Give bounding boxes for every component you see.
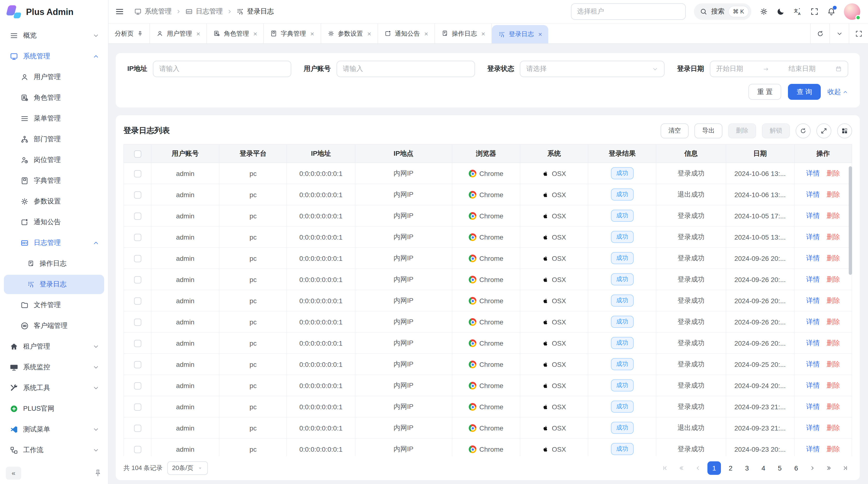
page-4-button[interactable]: 4 [756,461,770,475]
delete-link[interactable]: 删除 [827,423,840,431]
brand-row[interactable]: Plus Admin [0,0,108,24]
settings-gear-icon[interactable] [760,7,768,16]
sidebar-item-system-mgmt[interactable]: 系统管理 [4,47,104,66]
row-checkbox[interactable] [134,213,141,220]
detail-link[interactable]: 详情 [806,233,820,240]
sidebar-item-role-mgmt[interactable]: 角色管理 [4,88,104,107]
reset-button[interactable]: 重 置 [748,84,781,100]
tabs-more-button[interactable] [830,24,849,43]
delete-link[interactable]: 删除 [827,381,840,389]
sidebar-item-post-mgmt[interactable]: 岗位管理 [4,151,104,170]
clear-button[interactable]: 清空 [661,123,689,138]
detail-link[interactable]: 详情 [806,275,820,283]
delete-link[interactable]: 删除 [827,338,840,346]
menu-toggle-icon[interactable] [115,7,124,17]
sidebar-item-menu-mgmt[interactable]: 菜单管理 [4,109,104,128]
detail-link[interactable]: 详情 [806,212,820,219]
unlock-button[interactable]: 解锁 [762,123,790,138]
detail-link[interactable]: 详情 [806,296,820,304]
sidebar-item-operation-log[interactable]: 操作日志 [4,254,104,273]
select-all-checkbox[interactable] [134,151,141,158]
table-refresh-button[interactable] [796,123,811,138]
row-checkbox[interactable] [134,170,141,178]
avatar[interactable] [844,3,860,20]
page-last-button[interactable] [839,461,852,475]
delete-link[interactable]: 删除 [827,275,840,283]
detail-link[interactable]: 详情 [806,338,820,346]
tab-notice[interactable]: 通知公告× [378,24,435,43]
sidebar-pin-icon[interactable] [94,469,102,477]
row-checkbox[interactable] [134,297,141,305]
tenant-select[interactable]: 选择租户 [571,3,685,20]
delete-link[interactable]: 删除 [827,254,840,261]
row-checkbox[interactable] [134,382,141,389]
tab-analysis[interactable]: 分析页 [108,24,150,43]
page-2-button[interactable]: 2 [724,461,737,475]
row-checkbox[interactable] [134,425,141,432]
page-3-button[interactable]: 3 [740,461,754,475]
sidebar-item-overview[interactable]: 概览 [4,26,104,45]
sidebar-item-dept-mgmt[interactable]: 部门管理 [4,130,104,149]
sidebar-item-file-mgmt[interactable]: 文件管理 [4,295,104,315]
tab-login-log[interactable]: 登录日志× [492,25,548,43]
sidebar-item-notice[interactable]: 通知公告 [4,213,104,232]
tabs-refresh-button[interactable] [810,24,830,43]
table-fullscreen-button[interactable] [816,123,831,138]
row-checkbox[interactable] [134,276,141,284]
table-scrollbar[interactable] [849,166,852,275]
detail-link[interactable]: 详情 [806,254,820,261]
sidebar-item-dict-mgmt[interactable]: 字典管理 [4,171,104,190]
sidebar-item-test-menu[interactable]: 测试菜单 [4,420,104,439]
page-1-button[interactable]: 1 [707,461,721,475]
delete-link[interactable]: 删除 [827,317,840,325]
row-checkbox[interactable] [134,234,141,241]
ip-input[interactable]: 请输入 [153,61,291,77]
tab-close-icon[interactable]: × [424,30,428,37]
detail-link[interactable]: 详情 [806,402,820,410]
sidebar-item-plus-site[interactable]: PLUS官网 [4,399,104,418]
detail-link[interactable]: 详情 [806,423,820,431]
breadcrumb-item-log-mgmt[interactable]: DEV日志管理 [185,7,223,16]
delete-button[interactable]: 删除 [728,123,756,138]
row-checkbox[interactable] [134,255,141,262]
delete-link[interactable]: 删除 [827,212,840,219]
page-prev-button[interactable] [691,461,705,475]
page-size-select[interactable]: 20条/页 [167,461,208,475]
tab-close-icon[interactable]: × [367,30,371,37]
dark-mode-moon-icon[interactable] [776,7,785,16]
page-next5-button[interactable] [822,461,836,475]
sidebar-item-system-tools[interactable]: 系统工具 [4,379,104,398]
row-checkbox[interactable] [134,319,141,326]
detail-link[interactable]: 详情 [806,360,820,367]
global-search[interactable]: 搜索 ⌘ K [694,3,751,20]
row-checkbox[interactable] [134,191,141,199]
tab-close-icon[interactable]: × [253,30,257,37]
sidebar-item-param-settings[interactable]: 参数设置 [4,192,104,211]
account-input[interactable]: 请输入 [337,61,475,77]
delete-link[interactable]: 删除 [827,190,840,198]
row-checkbox[interactable] [134,404,141,411]
row-checkbox[interactable] [134,361,141,368]
tab-close-icon[interactable]: × [538,31,542,38]
sidebar-item-login-log[interactable]: 登录日志 [4,275,104,294]
status-select[interactable]: 请选择 [520,61,665,77]
sidebar-item-user-mgmt[interactable]: 用户管理 [4,67,104,87]
tab-close-icon[interactable]: × [196,30,200,37]
page-first-button[interactable] [658,461,672,475]
page-next-button[interactable] [806,461,819,475]
delete-link[interactable]: 删除 [827,296,840,304]
detail-link[interactable]: 详情 [806,169,820,177]
sidebar-item-workflow[interactable]: 工作流 [4,441,104,460]
delete-link[interactable]: 删除 [827,402,840,410]
collapse-filters-link[interactable]: 收起 [828,88,848,96]
page-5-button[interactable]: 5 [773,461,786,475]
notifications-bell-icon[interactable] [827,7,836,16]
detail-link[interactable]: 详情 [806,381,820,389]
sidebar-item-tenant-mgmt[interactable]: 租户管理 [4,337,104,356]
breadcrumb-item-system-mgmt[interactable]: 系统管理 [134,7,172,16]
tab-user-mgmt[interactable]: 用户管理× [150,24,207,43]
search-button[interactable]: 查 询 [788,84,821,100]
detail-link[interactable]: 详情 [806,445,820,452]
delete-link[interactable]: 删除 [827,360,840,367]
delete-link[interactable]: 删除 [827,169,840,177]
